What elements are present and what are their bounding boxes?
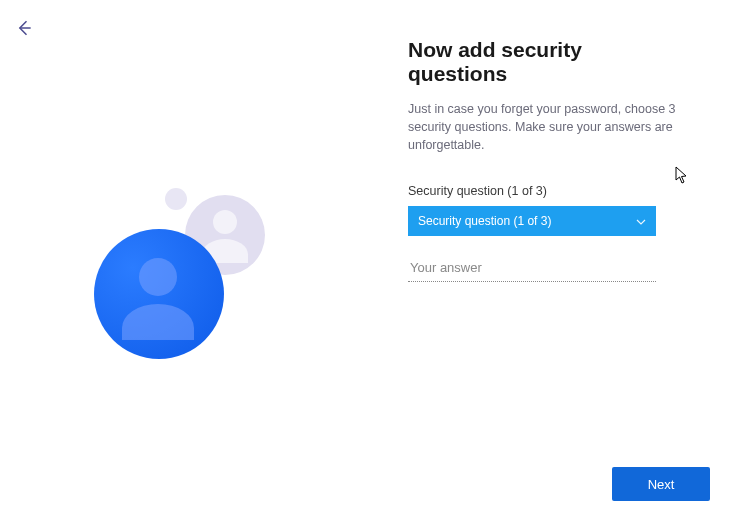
answer-input[interactable] bbox=[408, 254, 656, 282]
question-label: Security question (1 of 3) bbox=[408, 184, 678, 198]
security-question-dropdown[interactable]: Security question (1 of 3) bbox=[408, 206, 656, 236]
next-button[interactable]: Next bbox=[612, 467, 710, 501]
content-panel: Now add security questions Just in case … bbox=[408, 38, 678, 282]
back-button[interactable] bbox=[14, 18, 38, 42]
page-title: Now add security questions bbox=[408, 38, 678, 86]
user-illustration bbox=[60, 170, 310, 420]
secondary-avatar-head bbox=[213, 210, 237, 234]
chevron-down-icon bbox=[636, 216, 646, 227]
page-subtitle: Just in case you forget your password, c… bbox=[408, 100, 678, 154]
decorative-dot bbox=[165, 188, 187, 210]
dropdown-selected-text: Security question (1 of 3) bbox=[418, 214, 551, 228]
primary-avatar-head bbox=[139, 258, 177, 296]
